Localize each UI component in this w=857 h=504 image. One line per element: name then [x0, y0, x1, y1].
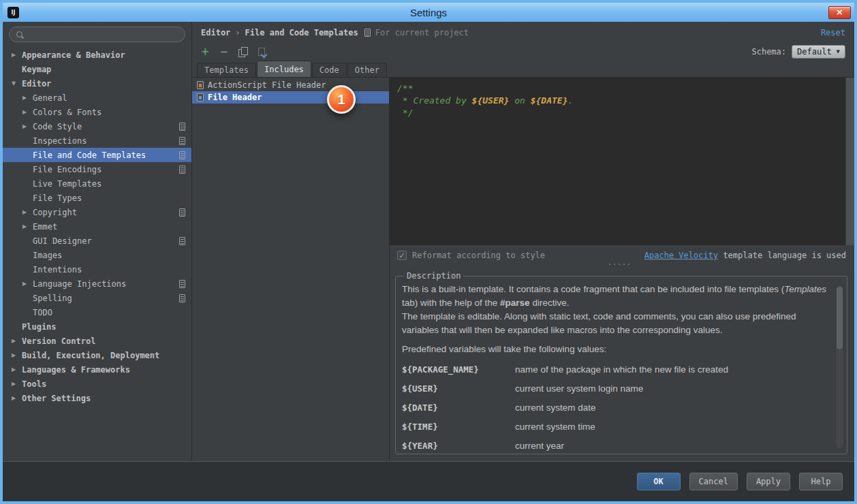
- chevron-right-icon[interactable]: ▶: [12, 367, 22, 373]
- per-project-icon: [179, 123, 185, 131]
- apache-velocity-link[interactable]: Apache Velocity: [644, 251, 718, 260]
- sidebar-item-languages-frameworks[interactable]: ▶Languages & Frameworks: [3, 362, 191, 377]
- variable-description: current user system login name: [515, 383, 643, 394]
- chevron-right-icon[interactable]: ▶: [22, 110, 33, 115]
- chevron-right-icon[interactable]: ▶: [22, 210, 33, 215]
- variables-table: ${PACKAGE_NAME}name of the package in wh…: [402, 360, 829, 456]
- sidebar-item-editor-live-templates[interactable]: Live Templates: [3, 176, 191, 191]
- chevron-right-icon[interactable]: ▶: [12, 396, 22, 401]
- list-item-actionscript-file-header[interactable]: ActionScript File Header: [192, 79, 389, 91]
- sidebar-item-editor-todo[interactable]: TODO: [3, 305, 191, 319]
- chevron-right-icon[interactable]: ▶: [12, 353, 22, 358]
- variable-name: ${TIME}: [402, 422, 515, 432]
- schema-select[interactable]: Default ▼: [792, 45, 845, 59]
- per-project-icon: [179, 137, 185, 145]
- breadcrumb-section[interactable]: Editor: [201, 28, 230, 37]
- sidebar-item-editor-language-injections[interactable]: ▶Language Injections: [3, 277, 191, 291]
- chevron-right-icon[interactable]: ▶: [12, 338, 22, 344]
- chevron-right-icon[interactable]: ▶: [12, 52, 22, 58]
- per-project-icon: [179, 208, 185, 217]
- sidebar-item-version-control[interactable]: ▶Version Control: [3, 334, 191, 348]
- chevron-right-icon[interactable]: ▶: [22, 281, 33, 287]
- app-icon: IJ: [7, 7, 19, 18]
- reformat-checkbox[interactable]: ✓: [397, 251, 407, 260]
- sidebar-item-editor-file-types[interactable]: File Types: [3, 191, 191, 205]
- sidebar-item-appearance-behavior[interactable]: ▶Appearance & Behavior: [3, 48, 191, 62]
- chevron-right-icon[interactable]: ▶: [22, 95, 33, 101]
- remove-template-button[interactable]: −: [220, 47, 229, 57]
- splitter-grip-icon[interactable]: ·····: [608, 263, 632, 267]
- sidebar-item-label: Inspections: [33, 136, 87, 146]
- reset-link[interactable]: Reset: [821, 28, 845, 37]
- sidebar-item-editor-inspections[interactable]: Inspections: [3, 133, 191, 148]
- editor-scrollbar[interactable]: [845, 78, 854, 245]
- sidebar-item-label: File and Code Templates: [33, 151, 146, 160]
- sidebar-item-keymap[interactable]: Keymap: [3, 62, 191, 76]
- sidebar-item-other-settings[interactable]: ▶Other Settings: [3, 391, 191, 405]
- dialog-body: ▶Appearance & Behavior Keymap ▼Editor ▶G…: [3, 22, 854, 461]
- sidebar-item-editor-intentions[interactable]: Intentions: [3, 262, 191, 277]
- tab-code[interactable]: Code: [312, 63, 347, 77]
- add-template-button[interactable]: +: [201, 47, 210, 57]
- breadcrumb-page: File and Code Templates: [245, 28, 358, 37]
- page-header: Editor › File and Code Templates For cur…: [192, 22, 854, 43]
- scrollbar-thumb[interactable]: [837, 287, 843, 349]
- chevron-right-icon[interactable]: ▶: [22, 124, 33, 129]
- sidebar-item-build-execution-deployment[interactable]: ▶Build, Execution, Deployment: [3, 348, 191, 362]
- code-line: /**: [397, 82, 837, 95]
- description-paragraph: Predefined variables will take the follo…: [402, 343, 829, 356]
- search-box[interactable]: [9, 27, 185, 42]
- schema-label: Schema:: [751, 47, 786, 57]
- sidebar-item-editor-general[interactable]: ▶General: [3, 91, 191, 105]
- sidebar-item-editor-images[interactable]: Images: [3, 248, 191, 262]
- tab-includes[interactable]: Includes: [257, 61, 311, 77]
- description-text-run: tab) with the help of the: [402, 298, 500, 308]
- sidebar-item-plugins[interactable]: Plugins: [3, 319, 191, 334]
- sidebar-item-editor-code-style[interactable]: ▶Code Style: [3, 119, 191, 133]
- sidebar-item-editor-spelling[interactable]: Spelling: [3, 291, 191, 305]
- code-comment: /**: [397, 83, 413, 93]
- titlebar[interactable]: IJ Settings ×: [3, 3, 854, 22]
- description-text-run: This is a built-in template. It contains…: [402, 284, 784, 294]
- window-title: Settings: [3, 7, 854, 18]
- reset-to-default-button[interactable]: [258, 48, 265, 56]
- copy-template-button[interactable]: [238, 47, 248, 57]
- sidebar-item-editor-file-and-code-templates[interactable]: File and Code Templates: [3, 148, 191, 162]
- schema-area: Schema: Default ▼: [751, 45, 845, 59]
- sidebar-item-editor-colors-fonts[interactable]: ▶Colors & Fonts: [3, 105, 191, 119]
- template-language-note: Apache Velocity template language is use…: [644, 251, 846, 260]
- help-button[interactable]: Help: [799, 473, 843, 490]
- variable-row: ${PACKAGE_NAME}name of the package in wh…: [402, 360, 829, 379]
- sidebar-item-editor-emmet[interactable]: ▶Emmet: [3, 219, 191, 234]
- sidebar-item-tools[interactable]: ▶Tools: [3, 377, 191, 391]
- tab-other[interactable]: Other: [347, 63, 387, 77]
- close-button[interactable]: ×: [828, 6, 851, 19]
- tab-templates[interactable]: Templates: [197, 63, 256, 77]
- ok-button[interactable]: OK: [637, 473, 681, 490]
- sidebar-item-editor-file-encodings[interactable]: File Encodings: [3, 162, 191, 176]
- settings-search-input[interactable]: [28, 30, 178, 40]
- sidebar-item-label: General: [33, 93, 67, 103]
- code-comment: * Created by: [397, 95, 472, 106]
- code-comment: on: [509, 95, 530, 106]
- chevron-down-icon[interactable]: ▼: [12, 81, 22, 86]
- apply-button[interactable]: Apply: [747, 473, 790, 490]
- sidebar-item-label: Language Injections: [33, 279, 126, 289]
- search-area: [3, 22, 191, 46]
- sidebar-item-editor-copyright[interactable]: ▶Copyright: [3, 205, 191, 219]
- sidebar-item-editor-gui-designer[interactable]: GUI Designer: [3, 234, 191, 248]
- template-editor-pane: /** * Created by ${USER} on ${DATE}. */ …: [390, 78, 854, 461]
- template-editor[interactable]: /** * Created by ${USER} on ${DATE}. */: [390, 78, 854, 245]
- sidebar-item-label: Emmet: [33, 222, 57, 232]
- description-scrollbar[interactable]: [835, 285, 844, 450]
- description-italic-run: Templates: [784, 284, 826, 294]
- sidebar-item-label: Tools: [22, 379, 46, 389]
- chevron-right-icon[interactable]: ▶: [22, 224, 33, 230]
- sidebar-item-editor[interactable]: ▼Editor: [3, 76, 191, 91]
- cancel-button[interactable]: Cancel: [689, 473, 738, 490]
- code-variable: ${USER}: [472, 95, 510, 106]
- list-item-file-header[interactable]: File Header: [192, 91, 389, 104]
- sidebar-item-label: File Encodings: [33, 165, 102, 174]
- sidebar-item-label: GUI Designer: [33, 236, 92, 246]
- chevron-right-icon[interactable]: ▶: [12, 381, 22, 387]
